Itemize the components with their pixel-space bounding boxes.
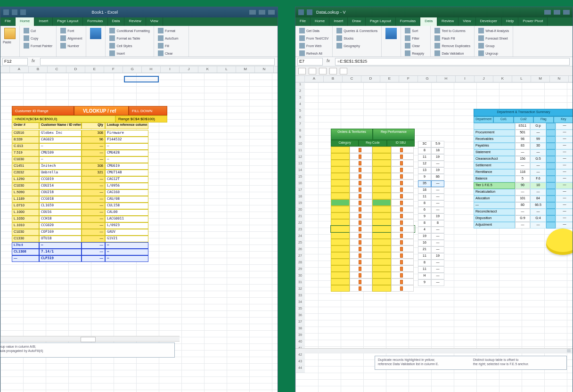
ribbon-ungroup[interactable]: Ungroup	[477, 50, 510, 57]
ribbon-conditional-formatting[interactable]: Conditional Formatting	[108, 27, 151, 34]
summary-row[interactable]: Allocation10184—	[474, 196, 573, 202]
row-16[interactable]: 16	[295, 181, 305, 188]
value-row[interactable]: 6—	[418, 207, 444, 213]
ribbon-what-if-analysis[interactable]: What-If Analysis	[477, 27, 510, 34]
col-B[interactable]: B	[29, 66, 48, 73]
col-I[interactable]: I	[456, 76, 475, 82]
table-row[interactable]: C1030COF169—GAUV	[12, 229, 167, 236]
tab-draw[interactable]: Draw	[348, 17, 366, 26]
value-row[interactable]: 1119	[418, 253, 444, 260]
ribbon-data-validation[interactable]: Data Validation	[433, 50, 472, 57]
summary-row[interactable]: Procurement501——	[474, 130, 573, 136]
row-44[interactable]: 44	[295, 366, 305, 373]
table-row[interactable]: C1030———	[12, 156, 167, 163]
col-corner[interactable]	[295, 76, 305, 82]
tab-data[interactable]: Data	[108, 17, 125, 26]
ribbon-filter[interactable]: Filter	[403, 35, 428, 41]
minimize-button[interactable]	[544, 10, 551, 15]
orders-row[interactable]	[331, 219, 415, 226]
table-row[interactable]: L.1000COU16—CAL00	[12, 209, 167, 216]
fx-icon[interactable]: fx	[32, 58, 38, 65]
table-row[interactable]: CL13087.14/1——	[12, 249, 167, 255]
col-J[interactable]: J	[180, 66, 198, 73]
orders-row[interactable]	[331, 199, 415, 206]
ribbon-format[interactable]: Format	[156, 27, 186, 34]
value-row[interactable]: 12—	[418, 161, 444, 167]
tab-home[interactable]: Home	[311, 17, 329, 26]
ribbon-format-painter[interactable]: Format Painter	[22, 42, 54, 49]
orders-row[interactable]	[331, 186, 415, 193]
col-H[interactable]: H	[142, 66, 161, 73]
tab-home[interactable]: Home	[16, 17, 34, 26]
col-D[interactable]: D	[66, 66, 85, 73]
ribbon-reapply[interactable]: Reapply	[403, 50, 428, 57]
row-42[interactable]: 42	[295, 353, 305, 359]
ribbon-insert[interactable]: Insert	[108, 50, 151, 57]
minimize-button[interactable]	[249, 10, 256, 15]
ribbon-geography[interactable]: Geography	[335, 42, 379, 49]
ribbon-alignment[interactable]: Alignment	[59, 35, 83, 41]
tab-page-layout[interactable]: Page Layout	[53, 17, 83, 26]
col-C[interactable]: C	[48, 66, 66, 73]
col-G[interactable]: G	[123, 66, 142, 73]
row-headers[interactable]: 1234567891011121314151617181920212223242…	[295, 82, 305, 373]
ribbon-refresh-all[interactable]: Refresh All	[298, 50, 330, 57]
tab-help[interactable]: Help	[502, 17, 518, 26]
view-toolbar[interactable]	[295, 66, 573, 76]
quick-access-toolbar[interactable]	[3, 9, 26, 15]
main-table-body[interactable]: C0516Globex Inc308Firmware8:339CAG02396F…	[12, 130, 167, 262]
undo-icon[interactable]	[12, 9, 17, 15]
row-21[interactable]: 21	[295, 214, 305, 221]
row-30[interactable]: 30	[295, 274, 305, 280]
ribbon-from-text-csv[interactable]: From Text/CSV	[298, 35, 330, 41]
col-A[interactable]: A	[10, 66, 29, 73]
row-36[interactable]: 36	[295, 313, 305, 320]
name-box[interactable]: E7	[297, 58, 323, 65]
ribbon-number[interactable]: Number	[59, 42, 83, 49]
autosave-icon[interactable]	[307, 9, 312, 15]
maximize-button[interactable]	[259, 10, 265, 15]
value-row[interactable]: 21—	[418, 246, 444, 253]
summary-row[interactable]: Receivables9899—	[474, 136, 573, 143]
col-N[interactable]: N	[255, 66, 274, 73]
ribbon-fill[interactable]: Fill	[156, 42, 186, 49]
summary-row[interactable]: DispositionG:9G:4—	[474, 215, 573, 222]
orders-row[interactable]	[331, 153, 415, 160]
value-row[interactable]: 919	[418, 213, 444, 220]
summary-row[interactable]: Statement———	[474, 149, 573, 156]
column-headers-right[interactable]: ABCDEFGHIJKLMN	[295, 76, 573, 82]
summary-panel[interactable]: Department & Transaction Summary Departm…	[474, 109, 573, 229]
ribbon-font[interactable]: Font	[59, 27, 83, 34]
orders-row[interactable]	[331, 166, 415, 173]
summary-row[interactable]: —8066.5—	[474, 202, 573, 209]
tab-developer[interactable]: Developer	[476, 17, 502, 26]
row-11[interactable]: 11	[295, 148, 305, 155]
row-4[interactable]: 4	[295, 102, 305, 109]
row-5[interactable]: 5	[295, 109, 305, 115]
col-M[interactable]: M	[531, 76, 550, 82]
col-C[interactable]: C	[343, 76, 361, 82]
save-icon[interactable]	[3, 9, 9, 15]
value-row[interactable]: 11—	[418, 194, 444, 200]
formula-input[interactable]: =E:$E$1:$E$25	[335, 58, 570, 65]
value-row[interactable]: 8—	[418, 260, 444, 266]
orders-row[interactable]	[331, 245, 415, 252]
summary-row[interactable]: Adjustment———	[474, 222, 573, 229]
row-33[interactable]: 33	[295, 294, 305, 300]
value-row[interactable]: 3C5.9	[418, 141, 444, 147]
summary-row[interactable]: Reconcile/acct———	[474, 209, 573, 215]
row-22[interactable]: 22	[295, 221, 305, 228]
row-32[interactable]: 32	[295, 287, 305, 294]
row-13[interactable]: 13	[295, 162, 305, 168]
row-8[interactable]: 8	[295, 129, 305, 135]
tab-file[interactable]: File	[295, 17, 311, 26]
row-3[interactable]: 3	[295, 96, 305, 102]
value-row[interactable]: 9—	[418, 279, 444, 286]
row-38[interactable]: 38	[295, 327, 305, 333]
summary-row[interactable]: E511G:p—	[474, 123, 573, 130]
orders-row[interactable]	[331, 265, 415, 272]
row-14[interactable]: 14	[295, 168, 305, 175]
orders-table[interactable]: Orders & Territories Rep Performance Cat…	[331, 129, 415, 292]
table-row[interactable]: C1030COU214—L/0956	[12, 183, 167, 189]
ribbon-queries-connections[interactable]: Queries & Connections	[335, 27, 379, 34]
